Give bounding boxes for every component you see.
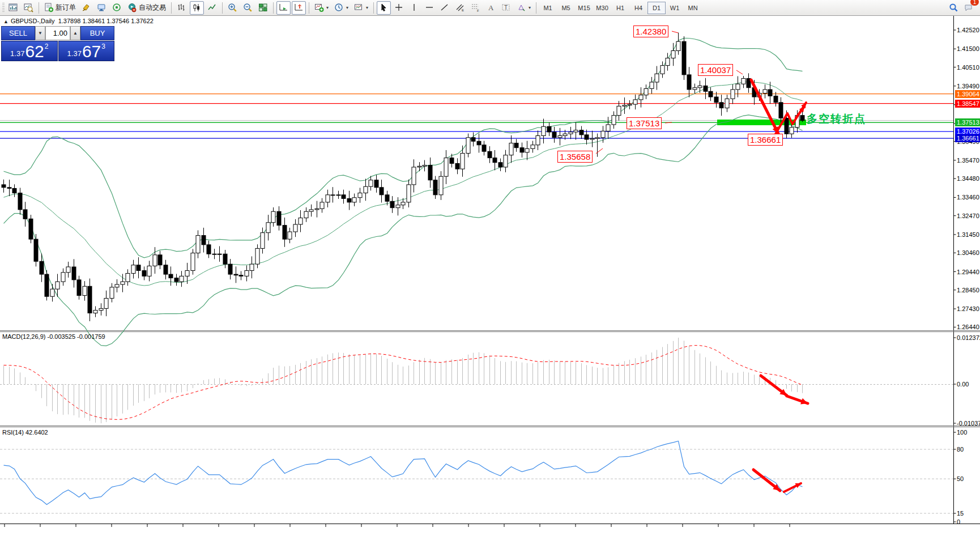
periods-icon bbox=[334, 3, 344, 12]
chart-shift-button[interactable] bbox=[292, 1, 306, 15]
chart-window-button[interactable] bbox=[6, 1, 20, 15]
timeframe-h4-button[interactable]: H4 bbox=[629, 2, 647, 14]
candle-body bbox=[207, 245, 211, 254]
rsi-axis-label: 15 bbox=[957, 510, 964, 517]
vline-button[interactable] bbox=[407, 1, 421, 15]
macd-indicator-label: MACD(12,26,9) -0.003525 -0.001759 bbox=[2, 333, 105, 340]
price-axis-label: 1.31450 bbox=[957, 231, 979, 238]
timeframe-d1-button[interactable]: D1 bbox=[647, 2, 666, 14]
candle-body bbox=[104, 298, 108, 308]
candle-body bbox=[347, 198, 351, 202]
volume-increase-button[interactable]: ▲ bbox=[70, 26, 80, 40]
cursor-icon bbox=[379, 3, 389, 12]
candle-body bbox=[742, 78, 745, 84]
timeframe-w1-button[interactable]: W1 bbox=[666, 2, 684, 14]
buy-price-sup: 3 bbox=[101, 42, 105, 50]
timeframe-h1-button[interactable]: H1 bbox=[611, 2, 629, 14]
chart-preview-button[interactable] bbox=[22, 1, 36, 15]
buy-price-button[interactable]: 1.37 67 3 bbox=[58, 41, 115, 61]
text-button[interactable]: A bbox=[484, 1, 498, 15]
candles-chart-icon bbox=[192, 3, 202, 12]
autotrade-button[interactable]: 自动交易 bbox=[125, 1, 168, 15]
expert-advisor-button[interactable] bbox=[95, 1, 109, 15]
candle-body bbox=[18, 193, 22, 210]
candle-body bbox=[520, 148, 524, 152]
zoom-out-button[interactable] bbox=[241, 1, 255, 15]
hline-button[interactable] bbox=[423, 1, 437, 15]
channel-button[interactable]: E bbox=[453, 1, 467, 15]
candle-body bbox=[228, 264, 232, 274]
candles-chart-button[interactable] bbox=[190, 1, 204, 15]
price-annotation-box[interactable]: 1.40037 bbox=[698, 64, 733, 76]
candle-body bbox=[704, 86, 708, 91]
price-level-badge: 1.38547 bbox=[955, 100, 980, 108]
svg-text:A: A bbox=[488, 3, 494, 12]
candle-body bbox=[320, 202, 324, 209]
candle-body bbox=[661, 66, 664, 74]
search-button[interactable] bbox=[947, 1, 961, 15]
line-chart-button[interactable] bbox=[205, 1, 219, 15]
price-annotation-box[interactable]: 1.37513 bbox=[627, 117, 662, 129]
candle-body bbox=[396, 205, 400, 208]
candle-body bbox=[212, 254, 216, 254]
timeframe-m15-button[interactable]: M15 bbox=[575, 2, 593, 14]
cursor-button[interactable] bbox=[377, 1, 391, 15]
shapes-button[interactable]: ▾ bbox=[514, 1, 533, 15]
price-level-badge: 1.37513 bbox=[955, 118, 980, 126]
toolbar-separator bbox=[309, 2, 309, 14]
signals-button[interactable] bbox=[110, 1, 124, 15]
toolbar-separator bbox=[273, 2, 274, 14]
volume-input[interactable]: 1.00 bbox=[45, 26, 70, 40]
price-annotation-box[interactable]: 1.42380 bbox=[633, 25, 668, 37]
indicators-button[interactable]: ▾ bbox=[312, 1, 331, 15]
candle-body bbox=[488, 151, 492, 158]
candle-body bbox=[785, 118, 789, 134]
history-brush-button[interactable] bbox=[79, 1, 93, 15]
price-axis-label: 1.42520 bbox=[957, 27, 979, 33]
candle-body bbox=[719, 103, 723, 108]
candle-body bbox=[50, 289, 54, 296]
chat-button[interactable]: 1 bbox=[962, 1, 976, 15]
label-button[interactable]: T bbox=[499, 1, 513, 15]
candle-body bbox=[137, 265, 140, 271]
auto-scroll-button[interactable] bbox=[276, 1, 291, 15]
candle-body bbox=[88, 286, 92, 313]
candle-body bbox=[504, 155, 508, 167]
collapse-panel-icon[interactable]: ▲ bbox=[3, 19, 8, 24]
label-icon: T bbox=[501, 3, 511, 12]
candle-body bbox=[390, 201, 394, 207]
candle-body bbox=[595, 138, 599, 139]
zoom-in-button[interactable] bbox=[225, 1, 240, 15]
toolbar-separator bbox=[171, 2, 172, 14]
templates-icon bbox=[354, 3, 364, 12]
volume-decrease-button[interactable]: ▼ bbox=[35, 26, 45, 40]
timeframe-m1-button[interactable]: M1 bbox=[539, 2, 557, 14]
timeframe-mn-button[interactable]: MN bbox=[684, 2, 702, 14]
new-order-button[interactable]: 新订单 bbox=[42, 1, 78, 15]
candle-body bbox=[255, 248, 259, 264]
tile-windows-button[interactable] bbox=[256, 1, 270, 15]
price-annotation-box[interactable]: 1.36661 bbox=[748, 134, 783, 146]
bars-chart-button[interactable] bbox=[174, 1, 189, 15]
candle-body bbox=[542, 126, 546, 135]
chevron-down-icon: ▾ bbox=[326, 5, 329, 10]
timeframe-m5-button[interactable]: M5 bbox=[557, 2, 575, 14]
templates-button[interactable]: ▾ bbox=[352, 1, 370, 15]
candle-body bbox=[731, 90, 735, 99]
timeframe-m30-button[interactable]: M30 bbox=[593, 2, 611, 14]
buy-button[interactable]: BUY bbox=[80, 26, 114, 40]
periods-button[interactable]: ▾ bbox=[332, 1, 351, 15]
sell-price-button[interactable]: 1.37 62 2 bbox=[1, 41, 58, 61]
auto-scroll-icon bbox=[279, 3, 288, 12]
candle-body bbox=[34, 239, 38, 261]
fibo-button[interactable]: F bbox=[468, 1, 483, 15]
chart-canvas[interactable] bbox=[0, 0, 980, 536]
price-annotation-box[interactable]: 1.35658 bbox=[557, 151, 593, 163]
price-level-badge: 1.39064 bbox=[955, 90, 980, 98]
crosshair-button[interactable] bbox=[392, 1, 406, 15]
sell-button[interactable]: SELL bbox=[1, 26, 35, 40]
candle-body bbox=[283, 226, 287, 239]
candle-body bbox=[498, 163, 502, 167]
trendline-button[interactable] bbox=[438, 1, 452, 15]
bull-bear-pivot-note: 多空转折点 bbox=[807, 112, 866, 126]
